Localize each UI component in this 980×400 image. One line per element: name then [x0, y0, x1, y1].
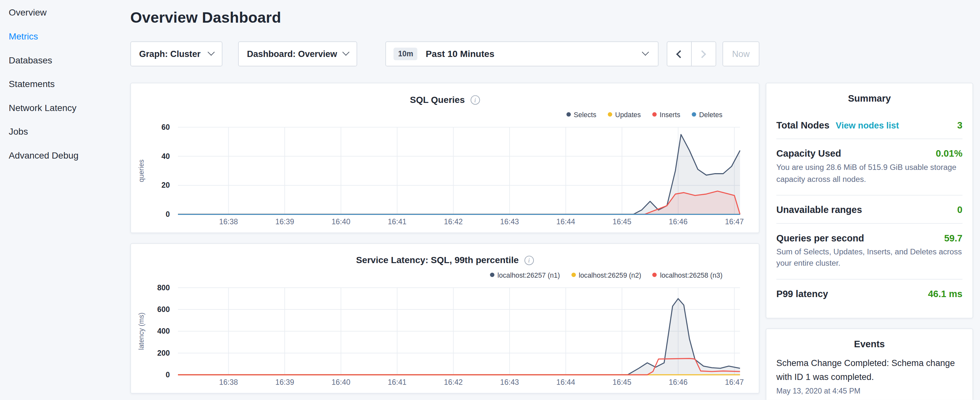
svg-text:600: 600 [157, 305, 170, 314]
toolbar: Graph: Cluster Dashboard: Overview 10m P… [130, 41, 759, 66]
svg-text:200: 200 [157, 349, 170, 357]
summary-value: 0 [957, 204, 963, 215]
legend-item[interactable]: Updates [608, 111, 641, 118]
summary-section-capacity-used: Capacity Used 0.01% You are using 28.6 M… [776, 139, 963, 194]
chevron-left-icon [676, 50, 684, 58]
info-icon[interactable]: i [525, 255, 534, 265]
legend-item[interactable]: localhost:26257 (n1) [490, 271, 560, 279]
svg-text:16:40: 16:40 [332, 378, 350, 386]
summary-label: Unavailable ranges [776, 204, 862, 215]
svg-text:16:39: 16:39 [275, 378, 294, 386]
svg-text:16:39: 16:39 [275, 217, 294, 226]
chart-title: SQL Queries [410, 94, 465, 105]
svg-text:16:38: 16:38 [219, 217, 238, 226]
legend-dot-icon [652, 273, 657, 277]
info-icon[interactable]: i [471, 95, 480, 104]
graph-scope-dropdown[interactable]: Graph: Cluster [130, 41, 223, 66]
summary-label: Queries per second [776, 233, 864, 243]
svg-text:16:42: 16:42 [444, 378, 463, 386]
sidebar-item-advanced-debug[interactable]: Advanced Debug [0, 144, 122, 167]
chart-service-latency: Service Latency: SQL, 99th percentile i … [130, 243, 759, 394]
svg-text:latency (ms): latency (ms) [137, 312, 145, 350]
sidebar-item-statements[interactable]: Statements [0, 72, 122, 96]
sidebar-item-jobs[interactable]: Jobs [0, 120, 122, 144]
sidebar-item-databases[interactable]: Databases [0, 48, 122, 72]
legend-dot-icon [490, 273, 494, 277]
now-button[interactable]: Now [722, 41, 760, 66]
dashboard-label: Dashboard: Overview [247, 49, 337, 59]
chevron-down-icon [343, 49, 350, 56]
svg-text:16:43: 16:43 [500, 217, 519, 226]
svg-text:16:41: 16:41 [388, 378, 406, 386]
view-nodes-list-link[interactable]: View nodes list [836, 120, 899, 131]
chart-legend: SelectsUpdatesInsertsDeletes [131, 106, 759, 119]
svg-text:16:44: 16:44 [557, 217, 575, 226]
graph-scope-label: Graph: Cluster [139, 49, 200, 59]
summary-section-p99-latency: P99 latency 46.1 ms [776, 279, 963, 307]
event-timestamp: May 13, 2020 at 4:45 PM [776, 387, 963, 396]
svg-text:60: 60 [161, 124, 170, 131]
legend-dot-icon [566, 112, 571, 117]
chart-title-row: SQL Queries i [131, 83, 759, 106]
svg-text:0: 0 [165, 371, 170, 379]
time-range-badge: 10m [394, 48, 418, 60]
summary-title: Summary [776, 93, 963, 104]
chart-title-row: Service Latency: SQL, 99th percentile i [131, 244, 759, 266]
chart-canvas: 020406016:3816:3916:4016:4116:4216:4316:… [131, 124, 760, 230]
time-next-button[interactable] [691, 41, 716, 66]
summary-value: 0.01% [935, 148, 962, 159]
summary-label: Capacity Used [776, 148, 841, 159]
svg-text:16:41: 16:41 [388, 217, 406, 226]
summary-value: 3 [957, 120, 963, 131]
charts-column: SQL Queries i SelectsUpdatesInsertsDelet… [130, 83, 759, 394]
svg-text:queries: queries [137, 159, 145, 182]
sidebar-item-overview[interactable]: Overview [0, 1, 122, 25]
legend-item[interactable]: localhost:26258 (n3) [652, 271, 722, 279]
legend-dot-icon [692, 112, 696, 117]
svg-text:400: 400 [157, 327, 170, 335]
svg-text:0: 0 [165, 210, 170, 218]
chevron-down-icon [208, 49, 215, 56]
chart-legend: localhost:26257 (n1)localhost:26259 (n2)… [131, 266, 759, 280]
chevron-right-icon [698, 50, 706, 58]
events-panel: Events Schema Change Completed: Schema c… [766, 328, 973, 400]
main-content: Overview Dashboard Graph: Cluster Dashbo… [130, 0, 759, 394]
svg-text:16:40: 16:40 [332, 217, 350, 226]
svg-text:16:38: 16:38 [219, 378, 238, 386]
svg-text:20: 20 [161, 181, 170, 189]
svg-text:16:46: 16:46 [669, 217, 687, 226]
summary-section-unavailable-ranges: Unavailable ranges 0 [776, 194, 963, 223]
legend-dot-icon [571, 273, 576, 277]
event-list-item[interactable]: Schema Change Completed: Schema change w… [776, 357, 963, 396]
time-step-buttons [667, 41, 716, 66]
legend-item[interactable]: Selects [566, 111, 596, 118]
summary-section-total-nodes: Total Nodes View nodes list 3 [776, 111, 963, 139]
summary-description: Sum of Selects, Updates, Inserts, and De… [776, 246, 963, 278]
right-panel: Summary Total Nodes View nodes list 3 Ca… [766, 83, 973, 400]
summary-section-queries-per-second: Queries per second 59.7 Sum of Selects, … [776, 223, 963, 279]
svg-text:16:47: 16:47 [725, 378, 744, 386]
legend-dot-icon [652, 112, 657, 117]
summary-value: 46.1 ms [928, 288, 963, 299]
time-prev-button[interactable] [667, 41, 691, 66]
svg-text:16:45: 16:45 [612, 378, 631, 386]
chevron-down-icon [641, 49, 649, 56]
legend-item[interactable]: Deletes [692, 111, 722, 118]
svg-text:16:45: 16:45 [612, 217, 631, 226]
chart-sql-queries: SQL Queries i SelectsUpdatesInsertsDelet… [130, 83, 759, 233]
summary-panel: Summary Total Nodes View nodes list 3 Ca… [766, 83, 973, 319]
time-range-dropdown[interactable]: 10m Past 10 Minutes [386, 41, 659, 66]
legend-item[interactable]: Inserts [652, 111, 680, 118]
chart-canvas: 020040060080016:3816:3916:4016:4116:4216… [131, 284, 760, 390]
dashboard-dropdown[interactable]: Dashboard: Overview [238, 41, 358, 66]
summary-description: You are using 28.6 MiB of 515.9 GiB usab… [776, 162, 963, 193]
sidebar-item-network-latency[interactable]: Network Latency [0, 96, 122, 120]
svg-text:16:42: 16:42 [444, 217, 463, 226]
summary-label: Total Nodes [776, 120, 830, 131]
event-text: Schema Change Completed: Schema change w… [776, 357, 963, 384]
svg-text:40: 40 [161, 152, 170, 161]
sidebar-item-metrics[interactable]: Metrics [0, 25, 122, 49]
legend-dot-icon [608, 112, 612, 117]
events-title: Events [776, 338, 963, 349]
legend-item[interactable]: localhost:26259 (n2) [571, 271, 641, 279]
